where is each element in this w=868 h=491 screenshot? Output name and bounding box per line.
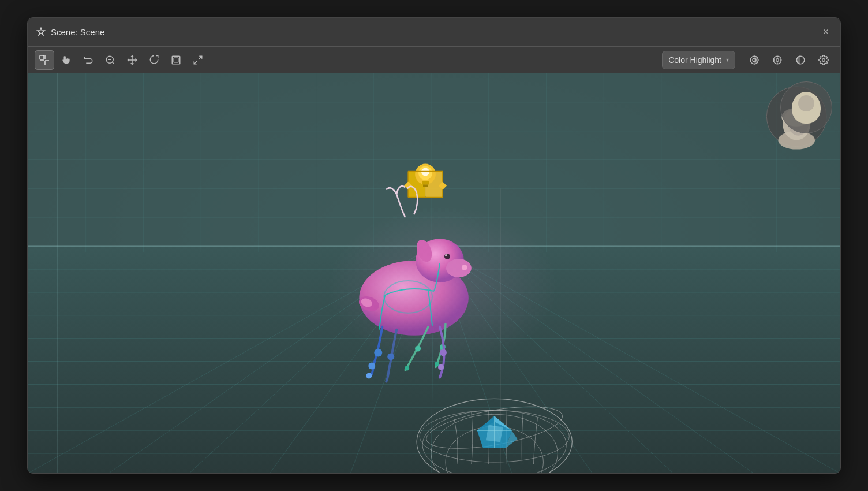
toolbar: Color Highlight ▾	[28, 47, 840, 73]
move-tool-button[interactable]	[122, 50, 142, 70]
zoom-tool-button[interactable]	[100, 50, 120, 70]
viewport[interactable]	[28, 73, 840, 473]
svg-point-120	[328, 206, 558, 367]
svg-point-94	[405, 366, 409, 371]
svg-rect-75	[423, 184, 428, 187]
svg-point-21	[822, 58, 825, 61]
viewport-gizmo[interactable]	[780, 81, 832, 133]
hand-tool-button[interactable]	[57, 50, 76, 70]
window-title: Scene: Scene	[51, 27, 820, 37]
svg-point-90	[368, 363, 375, 370]
svg-rect-8	[172, 56, 180, 64]
settings-button[interactable]	[814, 50, 833, 70]
select-tool-button[interactable]	[35, 50, 54, 70]
svg-line-10	[199, 56, 202, 59]
svg-line-6	[112, 62, 114, 64]
transform-tool-button[interactable]	[188, 50, 208, 70]
chevron-down-icon: ▾	[726, 57, 729, 63]
titlebar: Scene: Scene ×	[28, 18, 840, 47]
rotate-tool-button[interactable]	[144, 50, 164, 70]
render-settings-button[interactable]	[768, 50, 787, 70]
scene-canvas	[28, 73, 840, 473]
right-tools	[744, 50, 833, 70]
shading-button[interactable]	[791, 50, 810, 70]
color-highlight-label: Color Highlight	[668, 55, 721, 65]
main-window: Scene: Scene ×	[27, 17, 841, 474]
svg-point-73	[421, 168, 429, 176]
color-highlight-dropdown[interactable]: Color Highlight ▾	[662, 51, 735, 69]
render-preview-button[interactable]	[744, 50, 764, 70]
svg-line-11	[194, 61, 197, 64]
svg-rect-9	[174, 58, 178, 62]
pin-icon	[36, 27, 46, 38]
undo-tool-button[interactable]	[78, 50, 98, 70]
svg-point-15	[776, 58, 779, 61]
gizmo-head	[792, 92, 821, 124]
frame-tool-button[interactable]	[166, 50, 186, 70]
svg-rect-0	[40, 55, 44, 59]
svg-rect-74	[422, 181, 429, 184]
close-button[interactable]: ×	[820, 26, 832, 39]
svg-point-91	[366, 373, 372, 379]
